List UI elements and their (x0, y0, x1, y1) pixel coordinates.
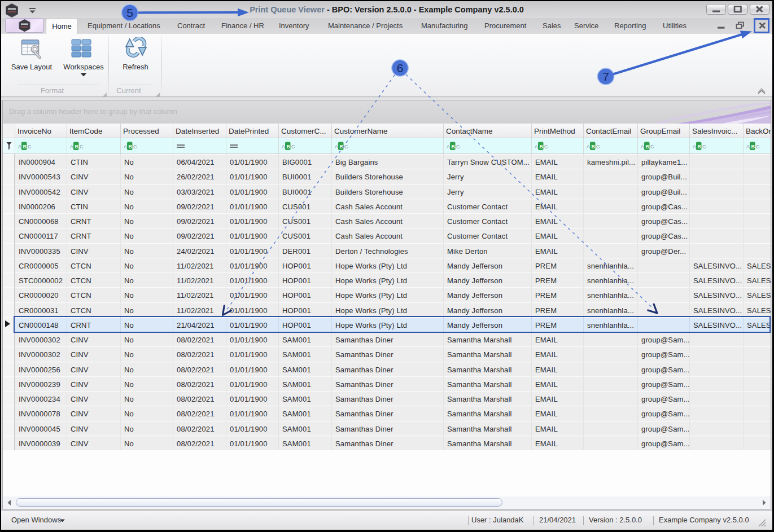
svg-text:B: B (339, 144, 343, 150)
svg-text:C: C (291, 144, 295, 150)
svg-text:C: C (28, 144, 32, 150)
svg-text:C: C (702, 144, 706, 150)
svg-text:A: A (70, 144, 73, 150)
svg-text:C: C (133, 144, 137, 150)
svg-text:B: B (751, 144, 755, 150)
svg-text:B: B (697, 144, 701, 150)
svg-text:A: A (282, 144, 285, 150)
svg-text:C: C (344, 144, 348, 150)
svg-text:B: B (128, 144, 132, 150)
svg-text:A: A (693, 144, 696, 150)
svg-text:C: C (80, 144, 84, 150)
svg-text:C: C (456, 144, 460, 150)
svg-text:A: A (587, 144, 590, 150)
svg-text:A: A (746, 144, 750, 150)
svg-text:B: B (451, 144, 455, 150)
svg-text:A: A (124, 144, 127, 150)
svg-text:C: C (756, 144, 760, 150)
svg-text:B: B (539, 144, 543, 150)
svg-text:A: A (535, 144, 538, 150)
svg-text:B: B (645, 144, 649, 150)
svg-text:B: B (286, 144, 290, 150)
svg-text:A: A (335, 144, 338, 150)
svg-text:C: C (650, 144, 654, 150)
svg-text:C: C (544, 144, 548, 150)
svg-text:B: B (23, 144, 27, 150)
svg-text:B: B (591, 144, 595, 150)
svg-text:A: A (641, 144, 644, 150)
svg-text:C: C (596, 144, 600, 150)
svg-text:A: A (18, 144, 21, 150)
svg-text:A: A (447, 144, 450, 150)
svg-text:B: B (75, 144, 78, 150)
